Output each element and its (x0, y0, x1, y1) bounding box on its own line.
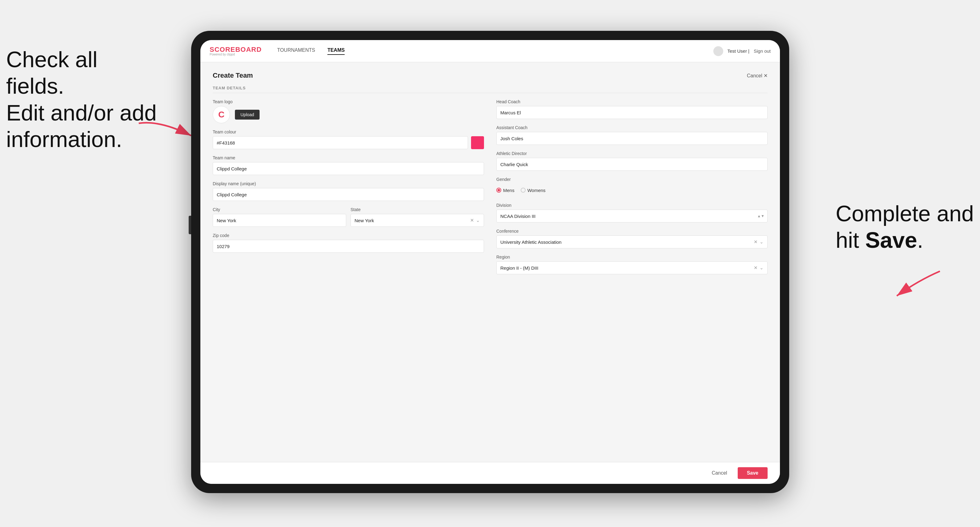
save-button[interactable]: Save (738, 467, 768, 479)
gender-mens-radio[interactable]: Mens (496, 188, 514, 193)
cancel-button[interactable]: Cancel (706, 467, 733, 479)
display-name-group: Display name (unique) (213, 181, 484, 201)
color-swatch[interactable] (471, 136, 484, 149)
athletic-director-group: Athletic Director (496, 151, 768, 171)
athletic-director-input[interactable] (496, 158, 768, 171)
head-coach-input[interactable] (496, 106, 768, 119)
nav-tournaments[interactable]: TOURNAMENTS (277, 48, 315, 55)
tablet-screen: SCOREBOARD Powered by clippd TOURNAMENTS… (200, 40, 780, 484)
team-logo-group: Team logo C Upload (213, 99, 484, 123)
left-column: Team logo C Upload Team colour (213, 99, 484, 281)
left-arrow (136, 117, 197, 148)
assistant-coach-label: Assistant Coach (496, 125, 768, 130)
city-label: City (213, 207, 346, 212)
zip-input[interactable] (213, 240, 484, 253)
form-footer: Cancel Save (200, 462, 780, 484)
division-group: Division NCAA Division III ▲▼ (496, 203, 768, 222)
team-colour-label: Team colour (213, 129, 484, 134)
division-select-wrapper: NCAA Division III ▲▼ (496, 210, 768, 222)
womens-radio-circle[interactable] (521, 188, 526, 193)
right-arrow (881, 265, 943, 302)
mens-radio-circle[interactable] (496, 188, 501, 193)
athletic-director-label: Athletic Director (496, 151, 768, 156)
tablet-frame: SCOREBOARD Powered by clippd TOURNAMENTS… (191, 31, 789, 493)
region-group: Region Region II - (M) DIII ✕ ⌄ (496, 254, 768, 274)
display-name-label: Display name (unique) (213, 181, 484, 186)
region-chevron-icon[interactable]: ⌄ (760, 265, 764, 271)
team-logo-label: Team logo (213, 99, 484, 104)
navbar-right: Test User | Sign out (713, 46, 771, 56)
gender-womens-radio[interactable]: Womens (521, 188, 546, 193)
state-clear-icon[interactable]: ✕ (470, 217, 474, 223)
conference-group: Conference University Athletic Associati… (496, 229, 768, 248)
team-name-input[interactable] (213, 162, 484, 175)
state-subgroup: State New York ✕ ⌄ (350, 207, 484, 227)
team-name-group: Team name (213, 156, 484, 175)
region-value: Region II - (M) DIII (500, 265, 538, 271)
region-select[interactable]: Region II - (M) DIII ✕ ⌄ (496, 261, 768, 274)
content-area: Create Team Cancel ✕ TEAM DETAILS Team l… (200, 62, 780, 462)
form-title: Create Team (213, 71, 253, 79)
brand: SCOREBOARD Powered by clippd (210, 46, 262, 56)
brand-sub: Powered by clippd (210, 53, 262, 56)
gender-group: Gender Mens Womens (496, 177, 768, 197)
navbar: SCOREBOARD Powered by clippd TOURNAMENTS… (200, 40, 780, 62)
logo-area: C Upload (213, 106, 484, 123)
form-header: Create Team Cancel ✕ (213, 71, 768, 79)
zip-label: Zip code (213, 233, 484, 238)
section-label: TEAM DETAILS (213, 86, 768, 93)
division-select[interactable]: NCAA Division III (496, 210, 768, 222)
sign-out-link[interactable]: Sign out (754, 48, 771, 54)
conference-select[interactable]: University Athletic Association ✕ ⌄ (496, 235, 768, 248)
display-name-input[interactable] (213, 188, 484, 201)
right-column: Head Coach Assistant Coach Athletic Dire… (496, 99, 768, 281)
nav-teams[interactable]: TEAMS (328, 48, 345, 55)
user-name: Test User | (727, 48, 749, 54)
team-colour-input[interactable] (213, 136, 468, 149)
state-chevron-icon[interactable]: ⌄ (476, 217, 480, 223)
head-coach-label: Head Coach (496, 99, 768, 104)
form-columns: Team logo C Upload Team colour (213, 99, 768, 281)
gender-label: Gender (496, 177, 768, 182)
logo-circle: C (213, 106, 230, 123)
state-value: New York (355, 218, 374, 223)
conference-clear-icon[interactable]: ✕ (754, 239, 758, 245)
city-state-row: City State New York ✕ ⌄ (213, 207, 484, 227)
state-select[interactable]: New York ✕ ⌄ (350, 214, 484, 227)
state-label: State (350, 207, 484, 212)
brand-title: SCOREBOARD (210, 46, 262, 53)
team-colour-group: Team colour (213, 129, 484, 149)
gender-radio-group: Mens Womens (496, 184, 768, 197)
zip-group: Zip code (213, 233, 484, 253)
city-state-group: City State New York ✕ ⌄ (213, 207, 484, 227)
nav-items: TOURNAMENTS TEAMS (277, 48, 713, 55)
assistant-coach-group: Assistant Coach (496, 125, 768, 145)
city-input[interactable] (213, 214, 346, 227)
upload-button[interactable]: Upload (235, 110, 259, 119)
region-label: Region (496, 254, 768, 259)
division-label: Division (496, 203, 768, 208)
conference-chevron-icon[interactable]: ⌄ (760, 239, 764, 245)
conference-label: Conference (496, 229, 768, 233)
cancel-x-button[interactable]: Cancel ✕ (747, 73, 768, 79)
city-subgroup: City (213, 207, 346, 227)
user-avatar (713, 46, 723, 56)
conference-value: University Athletic Association (500, 240, 562, 245)
team-name-label: Team name (213, 156, 484, 160)
assistant-coach-input[interactable] (496, 132, 768, 145)
region-clear-icon[interactable]: ✕ (754, 265, 758, 271)
colour-input-row (213, 136, 484, 149)
instruction-right: Complete and hit Save. (836, 200, 974, 254)
head-coach-group: Head Coach (496, 99, 768, 119)
